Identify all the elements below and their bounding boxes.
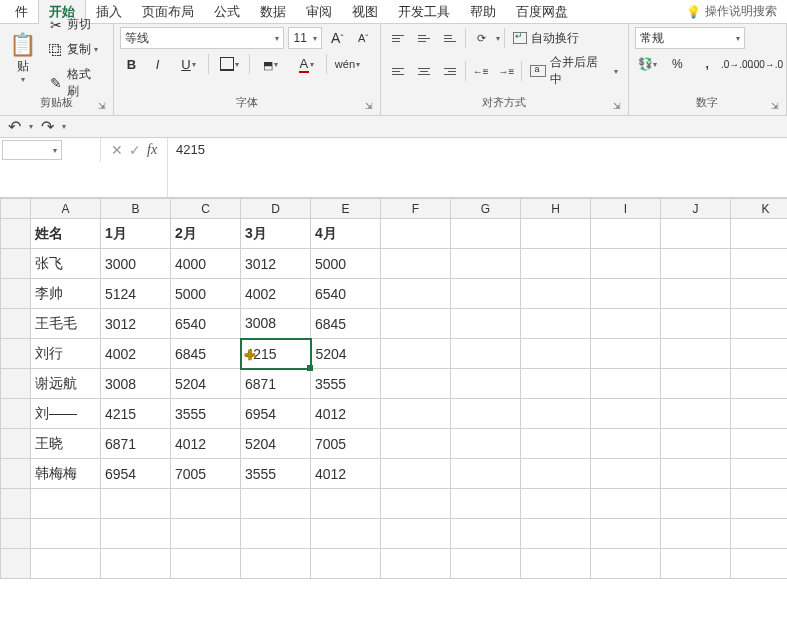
decrease-decimal-button[interactable]: .00→.0 — [754, 53, 780, 75]
ribbon-tab[interactable]: 开发工具 — [388, 0, 460, 24]
cancel-formula-button[interactable]: ✕ — [111, 142, 123, 158]
cell[interactable] — [731, 489, 788, 519]
cell[interactable] — [521, 519, 591, 549]
cell[interactable] — [381, 219, 451, 249]
cell[interactable] — [451, 279, 521, 309]
dialog-launcher-icon[interactable]: ⇲ — [365, 101, 377, 113]
cell[interactable] — [731, 279, 788, 309]
cell[interactable] — [591, 369, 661, 399]
tell-me-search[interactable]: 操作说明搜索 — [686, 3, 787, 20]
column-header[interactable]: F — [381, 199, 451, 219]
ribbon-tab[interactable]: 件 — [5, 0, 38, 24]
cell[interactable] — [591, 219, 661, 249]
cell[interactable] — [381, 519, 451, 549]
merge-center-button[interactable]: 合并后居中 ▾ — [526, 53, 621, 89]
cell[interactable] — [591, 549, 661, 579]
orientation-button[interactable] — [470, 27, 492, 49]
cell[interactable]: 5000 — [171, 279, 241, 309]
ribbon-tab[interactable]: 审阅 — [296, 0, 342, 24]
cell[interactable] — [521, 309, 591, 339]
cell[interactable] — [381, 249, 451, 279]
cell[interactable] — [451, 219, 521, 249]
cell[interactable] — [451, 489, 521, 519]
italic-button[interactable]: I — [146, 53, 168, 75]
cell[interactable]: 4215 — [241, 339, 311, 369]
border-button[interactable]: ▾ — [213, 53, 245, 75]
cell[interactable]: 6540 — [311, 279, 381, 309]
font-color-button[interactable]: A▾ — [290, 53, 322, 75]
cell[interactable]: 5204 — [241, 429, 311, 459]
paste-button[interactable]: 贴 ▾ — [6, 29, 39, 87]
row-header[interactable] — [1, 399, 31, 429]
cell[interactable] — [591, 519, 661, 549]
cell[interactable] — [731, 339, 788, 369]
comma-format-button[interactable]: , — [694, 53, 720, 75]
cell[interactable] — [381, 339, 451, 369]
underline-button[interactable]: U▾ — [172, 53, 204, 75]
cell[interactable] — [731, 369, 788, 399]
row-header[interactable] — [1, 459, 31, 489]
cell[interactable] — [521, 489, 591, 519]
cell[interactable] — [101, 549, 171, 579]
cell[interactable]: 6871 — [241, 369, 311, 399]
cell[interactable] — [381, 399, 451, 429]
cell[interactable] — [731, 459, 788, 489]
cell[interactable] — [381, 549, 451, 579]
row-header[interactable] — [1, 549, 31, 579]
cell[interactable] — [381, 489, 451, 519]
align-middle-button[interactable] — [413, 27, 435, 49]
dialog-launcher-icon[interactable]: ⇲ — [613, 101, 625, 113]
cell[interactable]: 6871 — [101, 429, 171, 459]
cell[interactable]: 6845 — [171, 339, 241, 369]
cell[interactable]: 3555 — [171, 399, 241, 429]
cell[interactable]: 王毛毛 — [31, 309, 101, 339]
cell[interactable] — [451, 309, 521, 339]
cell[interactable] — [731, 399, 788, 429]
cell[interactable] — [381, 309, 451, 339]
cell[interactable] — [241, 489, 311, 519]
cell[interactable]: 4002 — [241, 279, 311, 309]
cell[interactable]: 4000 — [171, 249, 241, 279]
cell[interactable] — [101, 489, 171, 519]
cell[interactable]: 谢远航 — [31, 369, 101, 399]
cell[interactable] — [591, 399, 661, 429]
cell[interactable] — [241, 519, 311, 549]
cell[interactable] — [731, 519, 788, 549]
increase-indent-button[interactable] — [496, 60, 518, 82]
cell[interactable] — [521, 549, 591, 579]
cell[interactable]: 4012 — [311, 399, 381, 429]
cell[interactable]: 6954 — [241, 399, 311, 429]
dialog-launcher-icon[interactable]: ⇲ — [98, 101, 110, 113]
grow-font-button[interactable] — [326, 27, 348, 49]
cell[interactable] — [591, 489, 661, 519]
chevron-down-icon[interactable]: ▾ — [496, 34, 500, 43]
column-header[interactable]: G — [451, 199, 521, 219]
cell[interactable] — [451, 549, 521, 579]
column-header[interactable]: H — [521, 199, 591, 219]
row-header[interactable] — [1, 489, 31, 519]
cell[interactable] — [521, 219, 591, 249]
ribbon-tab[interactable]: 公式 — [204, 0, 250, 24]
cell[interactable]: 3555 — [241, 459, 311, 489]
cell[interactable] — [521, 459, 591, 489]
cell[interactable] — [661, 429, 731, 459]
cell[interactable] — [521, 279, 591, 309]
cell[interactable] — [31, 519, 101, 549]
row-header[interactable] — [1, 219, 31, 249]
column-header[interactable]: K — [731, 199, 788, 219]
ribbon-tab[interactable]: 帮助 — [460, 0, 506, 24]
cell[interactable] — [381, 279, 451, 309]
align-left-button[interactable] — [387, 60, 409, 82]
insert-function-button[interactable]: fx — [147, 142, 157, 158]
row-header[interactable] — [1, 279, 31, 309]
shrink-font-button[interactable] — [352, 27, 374, 49]
redo-dropdown[interactable]: ▾ — [62, 122, 66, 131]
cell[interactable] — [451, 249, 521, 279]
accounting-format-button[interactable]: 💱▾ — [635, 53, 661, 75]
cell[interactable] — [521, 429, 591, 459]
cell[interactable] — [731, 429, 788, 459]
cell[interactable]: 7005 — [171, 459, 241, 489]
cell[interactable]: 刘行 — [31, 339, 101, 369]
undo-button[interactable] — [8, 117, 21, 136]
align-right-button[interactable] — [439, 60, 461, 82]
